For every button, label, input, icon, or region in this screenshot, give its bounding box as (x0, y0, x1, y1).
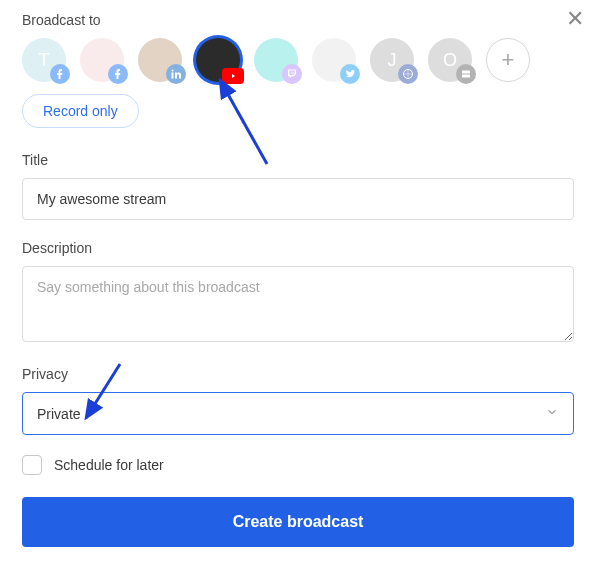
broadcast-to-label: Broadcast to (22, 12, 574, 28)
privacy-label: Privacy (22, 366, 574, 382)
dest-fb2[interactable] (80, 38, 124, 82)
facebook-icon (108, 64, 128, 84)
svg-rect-5 (462, 71, 470, 74)
dest-j[interactable]: J (370, 38, 414, 82)
schedule-checkbox[interactable] (22, 455, 42, 475)
generic-icon (398, 64, 418, 84)
privacy-select[interactable]: Private (22, 392, 574, 435)
description-label: Description (22, 240, 574, 256)
create-broadcast-button[interactable]: Create broadcast (22, 497, 574, 547)
twitch-icon (282, 64, 302, 84)
close-icon[interactable]: ✕ (566, 8, 584, 30)
description-input[interactable] (22, 266, 574, 342)
record-only-button[interactable]: Record only (22, 94, 139, 128)
title-label: Title (22, 152, 574, 168)
svg-rect-2 (292, 72, 293, 75)
dest-linkedin[interactable] (138, 38, 182, 82)
dest-o[interactable]: O (428, 38, 472, 82)
dest-youtube[interactable] (196, 38, 240, 82)
dest-t-facebook[interactable]: T (22, 38, 66, 82)
svg-rect-0 (172, 73, 174, 79)
twitter-icon (340, 64, 360, 84)
plus-icon: + (502, 47, 515, 73)
title-input[interactable] (22, 178, 574, 220)
youtube-icon (222, 68, 244, 84)
svg-point-1 (172, 70, 174, 72)
facebook-icon (50, 64, 70, 84)
svg-rect-6 (462, 75, 470, 78)
chevron-down-icon (545, 405, 559, 422)
linkedin-icon (166, 64, 186, 84)
server-icon (456, 64, 476, 84)
privacy-value: Private (37, 406, 81, 422)
add-destination-button[interactable]: + (486, 38, 530, 82)
destination-list: TJO+ (22, 38, 574, 82)
dest-twitch[interactable] (254, 38, 298, 82)
schedule-label: Schedule for later (54, 457, 164, 473)
dest-twitter[interactable] (312, 38, 356, 82)
svg-rect-3 (294, 72, 295, 75)
